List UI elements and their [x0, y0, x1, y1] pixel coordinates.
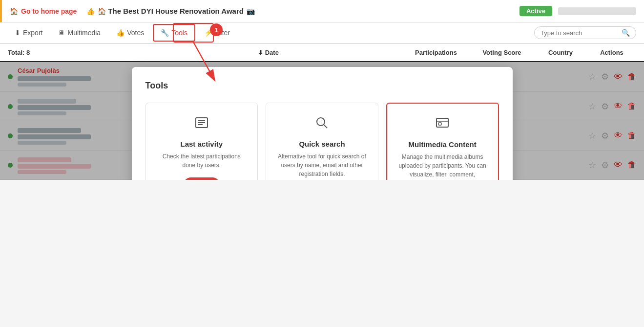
top-bar: 🏠 Go to home page 👍 🏠 The Best DYI House…	[0, 0, 644, 22]
modal-title: Tools	[145, 81, 499, 91]
last-activity-go-button[interactable]: Go	[183, 177, 220, 180]
multimedia-content-icon	[397, 115, 488, 134]
col-participations: Participations	[402, 49, 470, 56]
home-label: Go to home page	[21, 7, 77, 15]
camera-icon: 📷	[247, 7, 255, 15]
nav-tools[interactable]: 🔧 Tools	[153, 24, 195, 42]
col-actions: Actions	[587, 49, 636, 56]
quick-search-desc: Alternative tool for quick search of use…	[276, 152, 368, 178]
svg-rect-8	[438, 123, 441, 125]
tools-cards-grid: Last activity Check the latest participa…	[145, 103, 499, 180]
nav-votes[interactable]: 👍 Votes	[109, 25, 151, 41]
card-quick-search: Quick search Alternative tool for quick …	[266, 103, 378, 180]
multimedia-content-title: Multimedia Content	[397, 140, 488, 149]
nav-votes-label: Votes	[127, 29, 144, 37]
quick-search-icon	[276, 115, 368, 134]
thumbs-icon: 👍	[86, 7, 95, 15]
col-date: ⬇ Date	[135, 49, 402, 56]
nav-multimedia[interactable]: 🖥 Multimedia	[51, 25, 107, 41]
votes-icon: 👍	[116, 29, 125, 37]
tools-modal: Tools Last activity Check the latest par…	[132, 67, 513, 180]
nav-bar: ⬇ Export 🖥 Multimedia 👍 Votes 🔧 Tools ⚡ …	[0, 22, 644, 44]
tools-icon: 🔧	[161, 29, 169, 37]
nav-tools-label: Tools	[171, 29, 187, 37]
col-voting-score: Voting Score	[470, 49, 534, 56]
nav-export[interactable]: ⬇ Export	[8, 25, 49, 41]
page-title: The Best DYI House Renovation Award	[108, 7, 244, 15]
total-count: Total: 8	[8, 49, 135, 56]
card-multimedia-content: Multimedia Content Manage the multimedia…	[386, 103, 499, 180]
multimedia-icon: 🖥	[58, 29, 65, 37]
content-area: César Pujolàs ☆ ⚙ 👁 🗑 ☆ ⚙ 👁 🗑	[0, 62, 644, 180]
last-activity-icon	[156, 115, 248, 134]
search-input[interactable]	[540, 29, 619, 37]
col-country: Country	[534, 49, 587, 56]
annotation-badge-1: 1	[210, 23, 223, 36]
nav-multimedia-label: Multimedia	[67, 29, 101, 37]
sort-icon: ⬇	[258, 49, 265, 56]
export-icon: ⬇	[15, 29, 21, 37]
last-activity-desc: Check the latest participations done by …	[156, 152, 248, 170]
multimedia-content-desc: Manage the multimedia albums uploaded by…	[397, 153, 488, 180]
svg-line-5	[324, 125, 327, 128]
home-icon: 🏠	[10, 7, 18, 15]
nav-export-label: Export	[23, 29, 42, 37]
home-link[interactable]: 🏠 Go to home page	[10, 7, 77, 15]
search-icon: 🔍	[622, 29, 630, 37]
search-box[interactable]: 🔍	[534, 26, 636, 39]
table-header: Total: 8 ⬇ Date Participations Voting Sc…	[0, 44, 644, 62]
svg-point-4	[317, 118, 325, 126]
trophy-icon: 🏠	[98, 7, 106, 15]
last-activity-title: Last activity	[156, 140, 248, 148]
active-badge: Active	[519, 6, 552, 16]
card-last-activity: Last activity Check the latest participa…	[145, 103, 258, 180]
quick-search-title: Quick search	[276, 140, 368, 148]
